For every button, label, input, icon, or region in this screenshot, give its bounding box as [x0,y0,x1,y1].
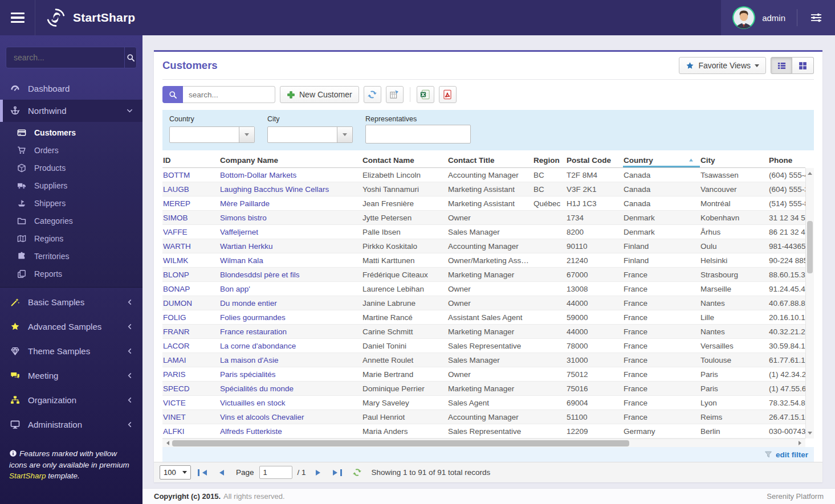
cell-id[interactable]: WARTH [162,242,219,251]
city-filter-select[interactable] [267,126,353,143]
cell-id[interactable]: PARIS [162,370,219,379]
cell-id[interactable]: VINET [162,413,219,421]
cell-id[interactable]: LAUGB [162,185,219,194]
sidebar-item-northwind[interactable]: Northwind [0,100,142,122]
table-row[interactable]: BONAPBon app'Laurence LebihanOwner13008F… [162,282,805,296]
column-header-id[interactable]: ID [162,153,219,167]
cell-company-name[interactable]: Mère Paillarde [219,199,362,208]
user-menu[interactable]: admin [721,0,835,35]
page-size-select[interactable]: 100 [160,465,191,480]
table-row[interactable]: LAUGBLaughing Bacchus Wine CellarsYoshi … [162,182,805,196]
sidebar-item-shippers[interactable]: Shippers [0,194,142,212]
sidebar-item-theme-samples[interactable]: Theme Samples [0,339,142,363]
cell-id[interactable]: SIMOB [162,214,219,222]
column-header-company-name[interactable]: Company Name [219,153,362,167]
table-row[interactable]: LACORLa corne d'abondanceDaniel ToniniSa… [162,339,805,353]
sidebar-item-regions[interactable]: Regions [0,230,142,247]
list-view-button[interactable] [771,57,792,74]
cell-id[interactable]: LAMAI [162,356,219,364]
cell-company-name[interactable]: Laughing Bacchus Wine Cellars [219,185,362,194]
cell-id[interactable]: WILMK [162,256,219,265]
page-number-input[interactable] [259,466,292,479]
column-header-city[interactable]: City [700,153,768,167]
dropdown-button[interactable] [337,127,352,142]
sidebar-item-organization[interactable]: Organization [0,388,142,412]
sidebar-item-products[interactable]: Products [0,159,142,177]
cell-company-name[interactable]: Alfreds Futterkiste [219,427,362,436]
representatives-filter-input[interactable] [365,125,471,144]
avatar[interactable] [732,6,755,29]
cell-company-name[interactable]: Vaffeljernet [219,228,362,236]
horizontal-scroll-thumb[interactable] [172,440,629,446]
sidebar-item-suppliers[interactable]: Suppliers [0,177,142,194]
vertical-scrollbar[interactable] [805,168,814,439]
column-header-country[interactable]: Country [623,153,700,167]
cell-id[interactable]: DUMON [162,299,219,308]
quick-search-button[interactable] [162,86,183,103]
cell-company-name[interactable]: Spécialités du monde [219,384,362,393]
table-row[interactable]: FOLIGFolies gourmandesMartine RancéAssis… [162,310,805,325]
column-picker-button[interactable] [386,86,404,103]
cell-company-name[interactable]: Bottom-Dollar Markets [219,171,362,179]
sidebar-search-button[interactable] [124,47,136,68]
sidebar-item-orders[interactable]: Orders [0,141,142,159]
cell-company-name[interactable]: Simons bistro [219,214,362,222]
prev-page-button[interactable] [214,466,226,479]
cell-company-name[interactable]: Victuailles en stock [219,399,362,407]
table-row[interactable]: ALFKIAlfreds FutterkisteMaria AndersSale… [162,424,805,439]
cell-id[interactable]: LACOR [162,342,219,350]
cell-company-name[interactable]: Du monde entier [219,299,362,308]
brand[interactable]: StartSharp [35,0,139,35]
country-filter-select[interactable] [169,126,255,143]
cell-id[interactable]: VICTE [162,399,219,407]
favorite-views-button[interactable]: Favorite Views [679,57,766,74]
table-row[interactable]: WARTHWartian HerkkuPirkko KoskitaloAccou… [162,239,805,253]
column-header-postal-code[interactable]: Postal Code [566,153,623,167]
table-row[interactable]: BLONPBlondesddsl père et filsFrédérique … [162,268,805,282]
cell-id[interactable]: SPECD [162,384,219,393]
cell-id[interactable]: BONAP [162,285,219,293]
cell-company-name[interactable]: Bon app' [219,285,362,293]
quick-search-input[interactable] [183,86,275,103]
cell-company-name[interactable]: France restauration [219,327,362,336]
table-row[interactable]: MEREPMère PaillardeJean FresnièreMarketi… [162,196,805,211]
sidebar-item-dashboard[interactable]: Dashboard [0,77,142,100]
dropdown-button[interactable] [239,127,254,142]
sidebar-item-advanced-samples[interactable]: Advanced Samples [0,314,142,339]
table-row[interactable]: VAFFEVaffeljernetPalle IbsenSales Manage… [162,225,805,239]
scroll-left-arrow[interactable] [162,441,171,445]
table-row[interactable]: PARISParis spécialitésMarie BertrandOwne… [162,367,805,382]
column-header-phone[interactable]: Phone [768,153,805,167]
table-row[interactable]: VICTEVictuailles en stockMary SaveleySal… [162,396,805,410]
cell-id[interactable]: BLONP [162,271,219,279]
table-row[interactable]: WILMKWilman KalaMatti KarttunenOwner/Mar… [162,253,805,268]
sidebar-item-meeting[interactable]: Meeting [0,363,142,388]
cell-company-name[interactable]: Folies gourmandes [219,313,362,322]
column-header-region[interactable]: Region [533,153,566,167]
hamburger-menu-button[interactable] [0,0,35,35]
table-row[interactable]: VINETVins et alcools ChevalierPaul Henri… [162,410,805,424]
sidebar-search-input[interactable] [6,47,124,68]
refresh-button[interactable] [364,86,381,103]
cell-company-name[interactable]: La corne d'abondance [219,342,362,350]
scroll-down-arrow[interactable] [806,430,814,439]
next-page-button[interactable] [313,466,326,479]
pager-refresh-button[interactable] [352,468,362,477]
cell-id[interactable]: ALFKI [162,427,219,436]
cell-id[interactable]: FRANR [162,327,219,336]
horizontal-scrollbar[interactable] [162,439,805,447]
export-pdf-button[interactable] [439,86,457,103]
edit-filter-link[interactable]: edit filter [776,450,808,459]
table-row[interactable]: FRANRFrance restaurationCarine SchmittMa… [162,325,805,339]
sidebar-item-reports[interactable]: Reports [0,265,142,282]
scroll-up-arrow[interactable] [806,168,814,177]
cell-id[interactable]: BOTTM [162,171,219,179]
horizontal-scroll-track[interactable] [171,439,797,447]
scroll-right-arrow[interactable] [797,441,805,445]
settings-button[interactable] [809,10,824,25]
cell-company-name[interactable]: Blondesddsl père et fils [219,271,362,279]
cell-company-name[interactable]: Paris spécialités [219,370,362,379]
cell-company-name[interactable]: Wartian Herkku [219,242,362,251]
cell-id[interactable]: MEREP [162,199,219,208]
cell-company-name[interactable]: Vins et alcools Chevalier [219,413,362,421]
